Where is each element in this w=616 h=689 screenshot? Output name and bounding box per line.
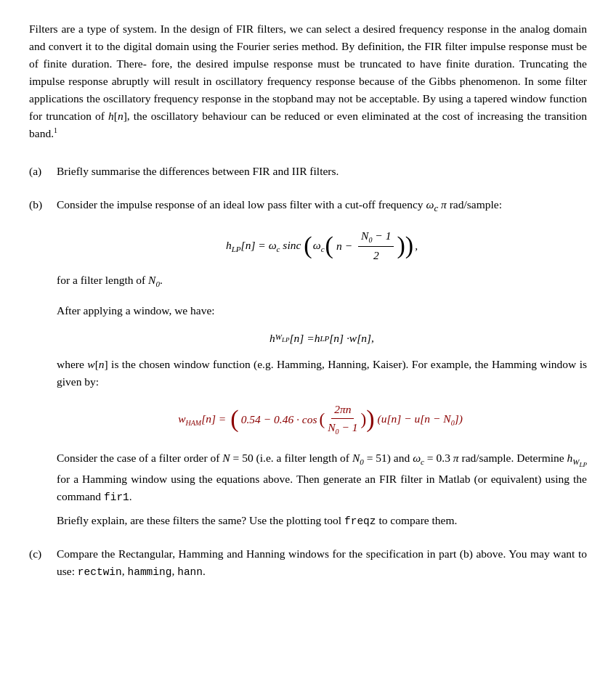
hlp-formula: hLP[n] = ωc sinc ( ωc ( n − N0 − 1 2 ) )…	[57, 227, 587, 264]
question-c-text: Compare the Rectangular, Hamming and Han…	[57, 545, 587, 580]
question-c-content: Compare the Rectangular, Hamming and Han…	[57, 545, 587, 584]
briefly-text: Briefly explain, are these filters the s…	[57, 512, 587, 529]
consider-text: Consider the case of a filter order of N…	[57, 449, 587, 506]
hwlp-formula: hWLP[n] = hLP[n] · w[n],	[57, 330, 587, 347]
after-window-text: After applying a window, we have:	[57, 302, 587, 319]
question-a-label: (a)	[29, 163, 57, 180]
where-text: where w[n] is the chosen window function…	[57, 356, 587, 391]
question-a: (a) Briefly summarise the differences be…	[29, 163, 587, 186]
question-a-content: Briefly summarise the differences betwee…	[57, 163, 587, 186]
question-a-text: Briefly summarise the differences betwee…	[57, 163, 587, 180]
question-b-content: Consider the impulse response of an idea…	[57, 196, 587, 535]
questions-section: (a) Briefly summarise the differences be…	[29, 163, 587, 584]
question-c: (c) Compare the Rectangular, Hamming and…	[29, 545, 587, 584]
question-b-label: (b)	[29, 196, 57, 213]
question-b-intro: Consider the impulse response of an idea…	[57, 196, 587, 216]
question-b: (b) Consider the impulse response of an …	[29, 196, 587, 535]
question-c-label: (c)	[29, 545, 57, 563]
hamming-formula: wHAM[n] = ( 0.54 − 0.46 · cos ( 2πn N0 −…	[57, 401, 587, 438]
filter-length-text: for a filter length of N0.	[57, 272, 587, 290]
intro-paragraph: Filters are a type of system. In the des…	[29, 20, 587, 142]
